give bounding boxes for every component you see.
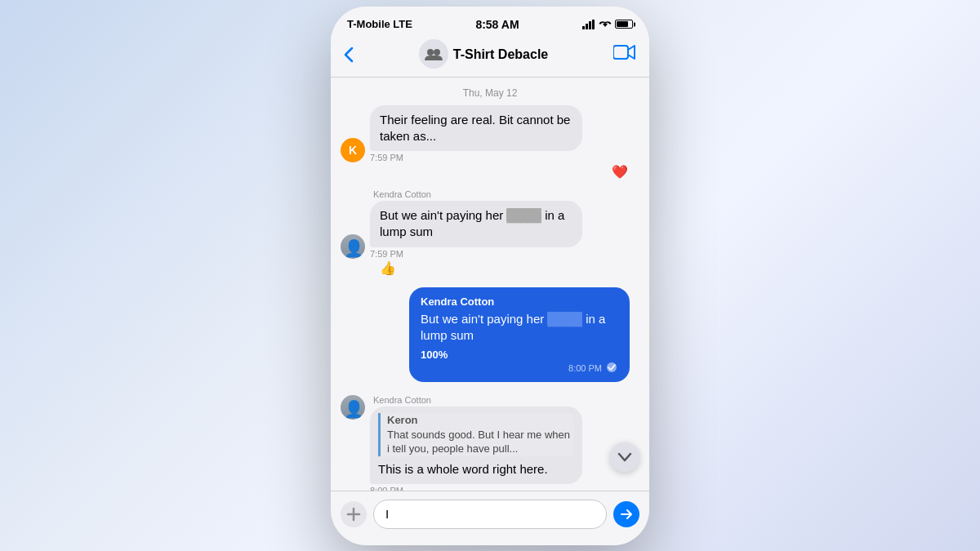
bubble-wrapper: Kendra Cotton But we ain't paying her ██… xyxy=(370,189,582,259)
status-bar: T-Mobile LTE 8:58 AM xyxy=(331,7,649,36)
avatar xyxy=(341,234,365,259)
message-time: 7:59 PM xyxy=(370,249,403,259)
send-button[interactable] xyxy=(613,501,639,527)
svg-point-4 xyxy=(427,49,434,56)
wifi-icon xyxy=(599,20,612,29)
highlighted-footer: 100% xyxy=(421,349,618,361)
message-text: But we ain't paying her xyxy=(380,208,506,222)
sender-name: Kendra Cotton xyxy=(373,189,431,199)
message-text: Their feeling are real. Bit cannot be ta… xyxy=(380,113,570,143)
status-icons xyxy=(582,20,633,29)
quote-sender: Keron xyxy=(387,413,574,428)
carrier-label: T-Mobile LTE xyxy=(347,18,412,30)
sender-name: Kendra Cotton xyxy=(373,395,431,405)
message-row: Kendra Cotton Keron That sounds good. Bu… xyxy=(341,395,639,491)
reaction-heart: ❤️ xyxy=(341,164,628,180)
message-text: This is a whole word right here. xyxy=(378,462,548,476)
message-bubble[interactable]: But we ain't paying her ████ in a lump s… xyxy=(370,201,582,247)
date-separator: Thu, May 12 xyxy=(341,87,639,99)
bubble-wrapper: Kendra Cotton Keron That sounds good. Bu… xyxy=(370,395,582,491)
time-label: 8:58 AM xyxy=(475,18,519,31)
message-time: 7:59 PM xyxy=(370,153,403,162)
quote-block: Keron That sounds good. But I hear me wh… xyxy=(378,413,574,456)
svg-rect-3 xyxy=(592,20,595,29)
svg-rect-6 xyxy=(613,46,628,59)
highlighted-sender: Kendra Cotton xyxy=(421,295,618,308)
svg-rect-0 xyxy=(582,26,585,29)
back-button[interactable] xyxy=(344,47,354,63)
scroll-down-button[interactable] xyxy=(610,442,639,472)
input-area xyxy=(331,491,649,545)
nav-bar: T-Shirt Debacle xyxy=(331,36,649,78)
avatar: K xyxy=(341,138,365,162)
svg-rect-1 xyxy=(586,24,588,29)
battery-icon xyxy=(615,20,633,29)
message-row: Kendra Cotton But we ain't paying her ██… xyxy=(341,189,639,259)
highlighted-bubble[interactable]: Kendra Cotton But we ain't paying her ██… xyxy=(409,287,630,383)
highlighted-message-row: Kendra Cotton But we ain't paying her ██… xyxy=(341,287,639,386)
highlighted-text: But we ain't paying her ████ in a lump s… xyxy=(421,311,618,344)
signal-icon xyxy=(582,20,595,29)
highlighted-time: 8:00 PM xyxy=(421,362,618,374)
avatar xyxy=(341,395,365,420)
phone-frame: T-Mobile LTE 8:58 AM xyxy=(331,7,649,545)
reaction-thumbs: 👍 xyxy=(380,260,639,276)
chat-title: T-Shirt Debacle xyxy=(453,47,548,62)
read-receipt-icon xyxy=(605,362,618,374)
message-input[interactable] xyxy=(373,500,607,529)
redacted: ████ xyxy=(506,208,541,222)
message-bubble[interactable]: Keron That sounds good. But I hear me wh… xyxy=(370,407,582,484)
group-icon xyxy=(419,39,448,69)
nav-center[interactable]: T-Shirt Debacle xyxy=(419,39,548,70)
bubble-wrapper: Their feeling are real. Bit cannot be ta… xyxy=(370,105,582,163)
svg-point-5 xyxy=(434,49,440,56)
message-row: K Their feeling are real. Bit cannot be … xyxy=(341,105,639,163)
quote-text: That sounds good. But I hear me when i t… xyxy=(387,428,574,456)
add-button[interactable] xyxy=(341,501,367,527)
message-bubble[interactable]: Their feeling are real. Bit cannot be ta… xyxy=(370,105,582,152)
messages-area: Thu, May 12 K Their feeling are real. Bi… xyxy=(331,78,649,491)
svg-rect-2 xyxy=(589,21,591,29)
video-button[interactable] xyxy=(613,44,636,65)
